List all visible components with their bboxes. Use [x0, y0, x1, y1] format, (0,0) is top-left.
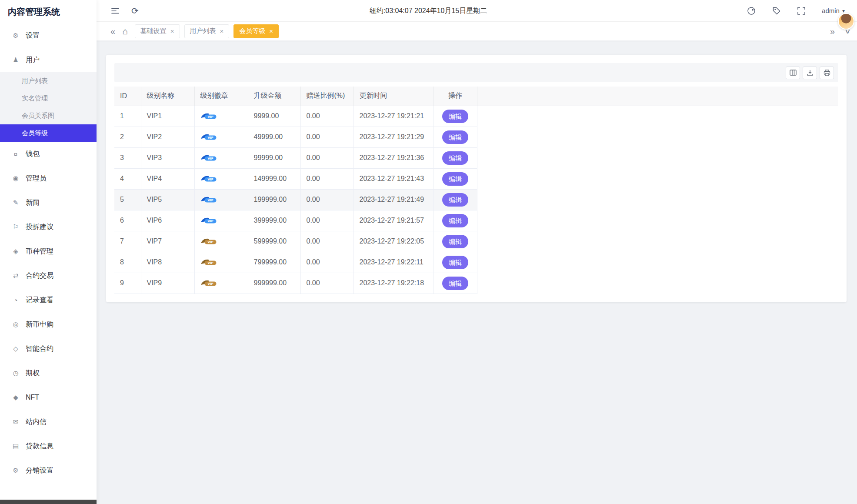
mail-icon: ✉ [11, 418, 20, 426]
edit-button[interactable]: 编辑 [442, 214, 468, 227]
cell-id: 4 [114, 168, 141, 189]
cell-updated: 2023-12-27 19:22:11 [353, 252, 434, 273]
cell-actions: 编辑 [434, 210, 477, 231]
column-header-3: 升级金额 [248, 87, 300, 106]
column-header-4: 赠送比例(%) [300, 87, 353, 106]
gear-icon: ⚙ [11, 467, 20, 474]
sidebar-item-records-view[interactable]: ◔记录查看 [0, 288, 97, 312]
cell-ratio: 0.00 [300, 168, 353, 189]
cell-level-name: VIP3 [141, 147, 194, 168]
cell-updated: 2023-12-27 19:22:18 [353, 273, 434, 294]
tab-member-level[interactable]: 会员等级× [233, 24, 279, 38]
sidebar-subitem-member-level[interactable]: 会员等级 [0, 124, 97, 142]
cell-actions: 编辑 [434, 231, 477, 252]
flag-icon: ⚐ [11, 223, 20, 231]
tab-close-icon[interactable]: × [170, 28, 174, 34]
sidebar-item-new-coin-subscribe[interactable]: ◎新币申购 [0, 312, 97, 337]
cell-filler [477, 147, 838, 168]
tab-close-icon[interactable]: × [269, 28, 273, 34]
svg-text:VIP: VIP [207, 178, 213, 181]
edit-button[interactable]: 编辑 [442, 235, 468, 248]
table-header-row: ID级别名称级别徽章升级金额赠送比例(%)更新时间操作 [114, 87, 838, 106]
sidebar-item-currency-manage[interactable]: ◈币种管理 [0, 239, 97, 264]
sidebar-item-contract-trade[interactable]: ⇄合约交易 [0, 264, 97, 288]
document-icon: ▤ [11, 442, 20, 450]
cell-id: 7 [114, 231, 141, 252]
svg-text:VIP: VIP [207, 220, 213, 223]
sidebar-item-wallet[interactable]: ¤钱包 [0, 142, 97, 166]
cell-id: 2 [114, 127, 141, 147]
print-icon[interactable] [820, 67, 834, 79]
edit-button[interactable]: 编辑 [442, 151, 468, 165]
column-header-1: 级别名称 [141, 87, 194, 106]
sidebar-item-options[interactable]: ◷期权 [0, 361, 97, 385]
sidebar-subitem-member-relation-graph[interactable]: 会员关系图 [0, 107, 97, 124]
theme-icon[interactable] [747, 7, 756, 15]
header-right-icons: admin ▾ [747, 7, 857, 15]
cell-updated: 2023-12-27 19:21:43 [353, 168, 434, 189]
column-header-0: ID [114, 87, 141, 106]
tab-user-list[interactable]: 用户列表× [184, 24, 230, 38]
cell-actions: 编辑 [434, 189, 477, 210]
cell-id: 8 [114, 252, 141, 273]
columns-icon[interactable] [786, 67, 800, 79]
sidebar-item-nft[interactable]: ◆NFT [0, 385, 97, 410]
table-row: 2VIP2VIP49999.000.002023-12-27 19:21:29编… [114, 127, 838, 147]
pie-icon: ◷ [11, 369, 20, 377]
table-row: 7VIP7VIP599999.000.002023-12-27 19:22:05… [114, 231, 838, 252]
edit-button[interactable]: 编辑 [442, 256, 468, 269]
menu-fold-icon[interactable] [111, 8, 119, 14]
sidebar-item-site-messages[interactable]: ✉站内信 [0, 410, 97, 434]
sidebar-subitem-realname-manage[interactable]: 实名管理 [0, 90, 97, 107]
sidebar-item-loan-info[interactable]: ▤贷款信息 [0, 434, 97, 458]
sidebar-item-administrators[interactable]: ◉管理员 [0, 166, 97, 190]
export-icon[interactable] [803, 67, 817, 79]
diamond-icon: ◆ [11, 394, 20, 401]
sidebar-subitem-user-list[interactable]: 用户列表 [0, 72, 97, 90]
edit-button[interactable]: 编辑 [442, 277, 468, 290]
pencil-icon: ✎ [11, 199, 20, 207]
edit-button[interactable]: 编辑 [442, 110, 468, 123]
table-row: 1VIP1VIP9999.000.002023-12-27 19:21:21编辑 [114, 106, 838, 127]
cell-id: 6 [114, 210, 141, 231]
sidebar-item-news[interactable]: ✎新闻 [0, 190, 97, 215]
cell-filler [477, 210, 838, 231]
sidebar-item-smart-contract[interactable]: ◇智能合约 [0, 337, 97, 361]
tab-basic-settings[interactable]: 基础设置× [135, 24, 180, 38]
sidebar-item-feedback[interactable]: ⚐投拆建议 [0, 215, 97, 239]
cell-ratio: 0.00 [300, 147, 353, 168]
edit-button[interactable]: 编辑 [442, 172, 468, 186]
tab-close-icon[interactable]: × [220, 28, 224, 34]
table-body: 1VIP1VIP9999.000.002023-12-27 19:21:21编辑… [114, 106, 838, 294]
fullscreen-icon[interactable] [797, 7, 805, 15]
vip-badge-icon: VIP [200, 196, 217, 204]
cell-filler [477, 273, 838, 294]
tab-label: 会员等级 [239, 27, 265, 35]
edit-button[interactable]: 编辑 [442, 193, 468, 207]
cell-ratio: 0.00 [300, 231, 353, 252]
cell-filler [477, 189, 838, 210]
sidebar-item-distribution-settings[interactable]: ⚙分销设置 [0, 458, 97, 483]
sidebar-item-users[interactable]: ♟用户 [0, 48, 97, 72]
edit-button[interactable]: 编辑 [442, 130, 468, 144]
refresh-icon[interactable]: ⟳ [131, 7, 139, 15]
tabs-scroll-right-icon[interactable]: » [830, 27, 835, 36]
tag-icon[interactable] [772, 7, 781, 15]
cell-filler [477, 231, 838, 252]
vip-badge-icon: VIP [200, 154, 217, 162]
table-row: 5VIP5VIP199999.000.002023-12-27 19:21:49… [114, 189, 838, 210]
user-menu[interactable]: admin ▾ [822, 7, 845, 14]
cell-actions: 编辑 [434, 106, 477, 127]
cell-level-name: VIP8 [141, 252, 194, 273]
wallet-icon: ¤ [11, 150, 20, 158]
column-header-filler [477, 87, 838, 106]
cell-filler [477, 168, 838, 189]
table-toolbar [114, 63, 838, 82]
tabs-scroll-left-icon[interactable]: « [110, 27, 115, 36]
coin-icon: ◎ [11, 320, 20, 328]
sidebar-item-settings[interactable]: ⚙设置 [0, 23, 97, 48]
home-icon[interactable]: ⌂ [122, 27, 128, 36]
vip-badge-icon: VIP [200, 238, 217, 245]
avatar[interactable] [838, 13, 854, 30]
cell-actions: 编辑 [434, 252, 477, 273]
